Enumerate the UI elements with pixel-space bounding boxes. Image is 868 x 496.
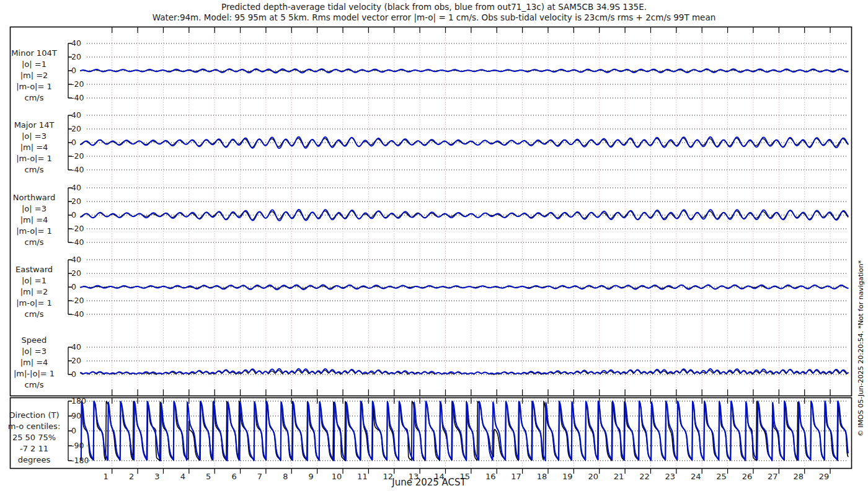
model-series-speed [81,369,848,374]
y-axis-bracket-eastward [68,260,72,314]
y-axis-bracket-direction [68,401,72,461]
model-series-eastward [81,285,848,290]
y-axis-bracket-major [68,115,72,170]
plot-canvas [0,0,868,496]
tidal-velocity-figure: Predicted depth-average tidal velocity (… [0,0,868,496]
imos-watermark-text: © IMOS 05-Jun-2025 20:20:54. *Not for na… [857,260,865,436]
velocity-panels-frame [11,27,852,396]
y-axis-bracket-speed [68,347,72,374]
x-axis-label: June 2025 ACST [347,477,511,488]
y-axis-bracket-northward [68,188,72,242]
y-axis-bracket-minor [68,43,72,98]
model-series-minor [81,69,848,73]
